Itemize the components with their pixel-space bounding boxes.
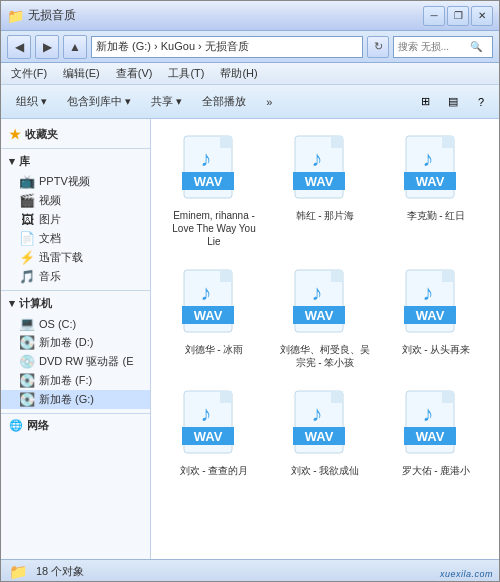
watermark: xuexila.com [440,569,493,579]
sidebar-item-f[interactable]: 💽 新加卷 (F:) [1,371,150,390]
svg-text:♪: ♪ [423,146,434,171]
library-button[interactable]: 包含到库中 ▾ [58,88,140,116]
play-all-button[interactable]: 全部播放 [193,88,255,116]
organize-button[interactable]: 组织 ▾ [7,88,56,116]
computer-label[interactable]: ▾ 计算机 [1,293,150,314]
svg-rect-20 [220,270,232,282]
docs-icon: 📄 [19,231,35,246]
sidebar-item-music[interactable]: 🎵 音乐 [1,267,150,286]
g-label: 新加卷 (G:) [39,392,94,407]
file-label-4: 刘德华 - 冰雨 [185,343,244,356]
sidebar-favorites-header[interactable]: ★ 收藏夹 [1,125,150,144]
svg-text:WAV: WAV [416,429,445,444]
file-label-9: 罗大佑 - 鹿港小 [402,464,471,477]
wav-icon-2: WAV ♪ [289,134,361,206]
sidebar-section-favorites: ★ 收藏夹 [1,125,150,144]
wav-icon-7: WAV ♪ [178,389,250,461]
file-item-1[interactable]: WAV ♪ Eminem, rihanna - Love The Way You… [161,129,267,253]
svg-text:♪: ♪ [201,280,212,305]
menu-view[interactable]: 查看(V) [112,65,157,82]
search-box[interactable]: 🔍 [393,36,493,58]
svg-text:WAV: WAV [194,174,223,189]
svg-text:♪: ♪ [201,146,212,171]
sidebar-item-docs[interactable]: 📄 文档 [1,229,150,248]
svg-text:♪: ♪ [312,146,323,171]
menu-help[interactable]: 帮助(H) [216,65,261,82]
os-label: OS (C:) [39,318,76,330]
file-item-7[interactable]: WAV ♪ 刘欢 - 查查的月 [161,384,267,484]
status-count: 18 个对象 [36,564,84,579]
file-item-4[interactable]: WAV ♪ 刘德华 - 冰雨 [161,263,267,374]
restore-button[interactable]: ❐ [447,6,469,26]
file-item-9[interactable]: WAV ♪ 罗大佑 - 鹿港小 [383,384,489,484]
folder-icon: 📁 [7,8,24,24]
sidebar-item-downloads[interactable]: ⚡ 迅雷下载 [1,248,150,267]
sidebar-item-g[interactable]: 💽 新加卷 (G:) [1,390,150,409]
file-label-7: 刘欢 - 查查的月 [180,464,249,477]
toolbar: 组织 ▾ 包含到库中 ▾ 共享 ▾ 全部播放 » ⊞ ▤ ? [1,85,499,119]
svg-text:WAV: WAV [416,174,445,189]
wav-icon-1: WAV ♪ [178,134,250,206]
dvd-label: DVD RW 驱动器 (E [39,354,134,369]
wav-icon-5: WAV ♪ [289,268,361,340]
view-large-icon-button[interactable]: ⊞ [413,90,437,114]
share-button[interactable]: 共享 ▾ [142,88,191,116]
file-label-6: 刘欢 - 从头再来 [402,343,471,356]
menu-file[interactable]: 文件(F) [7,65,51,82]
library-label[interactable]: ▾ 库 [1,151,150,172]
refresh-button[interactable]: ↻ [367,36,389,58]
file-label-1: Eminem, rihanna - Love The Way You Lie [169,209,259,248]
svg-rect-14 [442,136,454,148]
more-button[interactable]: » [257,88,281,116]
wav-icon-8: WAV ♪ [289,389,361,461]
svg-text:♪: ♪ [312,401,323,426]
menu-edit[interactable]: 编辑(E) [59,65,104,82]
path-text: 新加卷 (G:) › KuGou › 无损音质 [96,39,249,54]
wav-icon-4: WAV ♪ [178,268,250,340]
video-icon: 🎬 [19,193,35,208]
back-button[interactable]: ◀ [7,35,31,59]
svg-text:WAV: WAV [305,308,334,323]
up-button[interactable]: ▲ [63,35,87,59]
file-label-3: 李克勤 - 红日 [407,209,466,222]
search-input[interactable] [398,41,468,52]
pictures-label: 图片 [39,212,61,227]
sidebar-section-library: ▾ 库 📺 PPTV视频 🎬 视频 🖼 图片 📄 文档 ⚡ 迅雷下载 [1,151,150,286]
status-bar: 📁 18 个对象 xuexila.com [1,559,499,582]
window-controls: ─ ❐ ✕ [423,6,493,26]
svg-rect-2 [220,136,232,148]
address-path[interactable]: 新加卷 (G:) › KuGou › 无损音质 [91,36,363,58]
sidebar-item-pictures[interactable]: 🖼 图片 [1,210,150,229]
view-list-button[interactable]: ▤ [441,90,465,114]
network-header[interactable]: 🌐 网络 [1,416,150,435]
divider-2 [1,290,150,291]
close-button[interactable]: ✕ [471,6,493,26]
help-button[interactable]: ? [469,90,493,114]
sidebar-item-pptv[interactable]: 📺 PPTV视频 [1,172,150,191]
forward-button[interactable]: ▶ [35,35,59,59]
file-item-6[interactable]: WAV ♪ 刘欢 - 从头再来 [383,263,489,374]
minimize-button[interactable]: ─ [423,6,445,26]
sidebar-item-dvd[interactable]: 💿 DVD RW 驱动器 (E [1,352,150,371]
menu-tools[interactable]: 工具(T) [164,65,208,82]
expand-icon-2: ▾ [9,297,15,310]
wav-icon-3: WAV ♪ [400,134,472,206]
d-label: 新加卷 (D:) [39,335,93,350]
sidebar-item-d[interactable]: 💽 新加卷 (D:) [1,333,150,352]
sidebar-item-os[interactable]: 💻 OS (C:) [1,314,150,333]
file-item-8[interactable]: WAV ♪ 刘欢 - 我欲成仙 [272,384,378,484]
expand-icon: ▾ [9,155,15,168]
sidebar-item-video[interactable]: 🎬 视频 [1,191,150,210]
file-item-2[interactable]: WAV ♪ 韩红 - 那片海 [272,129,378,253]
svg-rect-8 [331,136,343,148]
file-item-3[interactable]: WAV ♪ 李克勤 - 红日 [383,129,489,253]
music-label: 音乐 [39,269,61,284]
g-icon: 💽 [19,392,35,407]
svg-text:♪: ♪ [423,280,434,305]
svg-text:WAV: WAV [194,429,223,444]
svg-rect-50 [442,391,454,403]
divider-1 [1,148,150,149]
svg-text:WAV: WAV [194,308,223,323]
svg-text:♪: ♪ [201,401,212,426]
file-item-5[interactable]: WAV ♪ 刘德华、柯受良、吴宗宪 - 笨小孩 [272,263,378,374]
